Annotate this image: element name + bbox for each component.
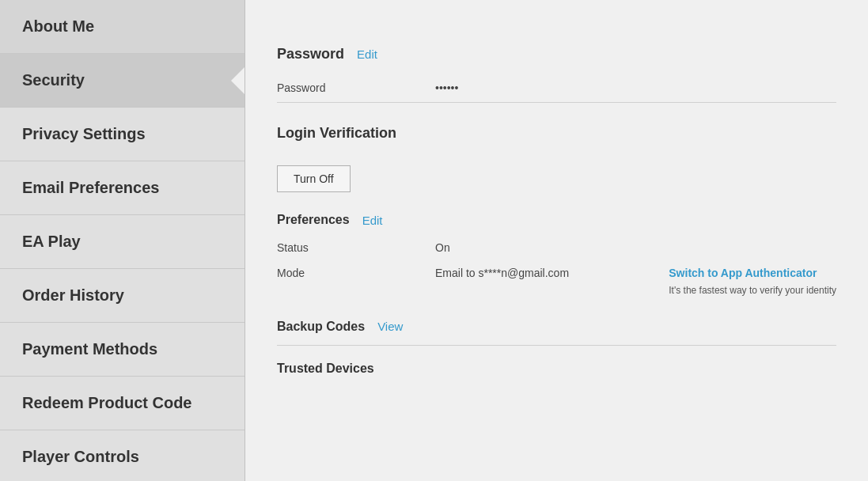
switch-authenticator-link[interactable]: Switch to App Authenticator [669, 267, 836, 279]
password-field-label: Password [277, 81, 435, 94]
password-field-value: •••••• [435, 81, 458, 94]
password-edit-link[interactable]: Edit [357, 47, 377, 61]
trusted-devices-title: Trusted Devices [277, 362, 374, 375]
switch-authenticator-desc: It's the fastest way to verify your iden… [669, 285, 836, 296]
backup-codes-title: Backup Codes [277, 320, 365, 334]
backup-codes-view-link[interactable]: View [377, 320, 403, 333]
main-content: Password Edit Password •••••• Login Veri… [245, 0, 868, 481]
preferences-title: Preferences [277, 213, 350, 227]
sidebar-item-label: Player Controls [22, 448, 139, 466]
status-value: On [435, 241, 836, 254]
sidebar-item-order-history[interactable]: Order History [0, 269, 244, 323]
status-label: Status [277, 241, 435, 254]
switch-authenticator-block: Switch to App Authenticator It's the fas… [669, 267, 836, 297]
sidebar-item-payment-methods[interactable]: Payment Methods [0, 323, 244, 377]
login-verification-title: Login Verification [277, 125, 396, 142]
password-title: Password [277, 46, 344, 62]
sidebar-item-player-controls[interactable]: Player Controls [0, 430, 244, 481]
preferences-header: Preferences Edit [277, 213, 836, 227]
sidebar-item-security[interactable]: Security [0, 54, 244, 108]
sidebar-item-label: Privacy Settings [22, 125, 146, 143]
sidebar-item-label: About Me [22, 17, 94, 36]
backup-codes-row: Backup Codes View [277, 320, 836, 334]
mode-label: Mode [277, 267, 435, 279]
turn-off-button[interactable]: Turn Off [277, 165, 351, 192]
sidebar-item-label: Email Preferences [22, 179, 159, 197]
mode-row: Mode Email to s****n@gmail.com Switch to… [277, 260, 836, 304]
sidebar-item-label: Redeem Product Code [22, 394, 191, 412]
sidebar-item-label: EA Play [22, 233, 81, 251]
trusted-devices-section: Trusted Devices [277, 362, 836, 376]
backup-codes-section: Backup Codes View [277, 320, 836, 346]
preferences-section: Preferences Edit Status On Mode Email to… [277, 213, 836, 304]
preferences-edit-link[interactable]: Edit [362, 214, 383, 227]
sidebar-item-label: Order History [22, 286, 124, 305]
login-verification-header: Login Verification [277, 125, 836, 142]
password-section: Password Edit Password •••••• [277, 46, 836, 103]
login-verification-section: Login Verification Turn Off [277, 125, 836, 199]
sidebar-item-redeem-product-code[interactable]: Redeem Product Code [0, 377, 244, 430]
sidebar-item-label: Payment Methods [22, 340, 157, 358]
mode-value: Email to s****n@gmail.com [435, 267, 637, 279]
sidebar-item-privacy-settings[interactable]: Privacy Settings [0, 108, 244, 161]
sidebar-item-about-me[interactable]: About Me [0, 0, 244, 54]
password-section-header: Password Edit [277, 46, 836, 62]
password-field-row: Password •••••• [277, 74, 836, 103]
sidebar-item-email-preferences[interactable]: Email Preferences [0, 161, 244, 215]
sidebar-item-ea-play[interactable]: EA Play [0, 215, 244, 269]
status-row: Status On [277, 235, 836, 260]
sidebar-item-label: Security [22, 71, 85, 89]
sidebar: About Me Security Privacy Settings Email… [0, 0, 245, 481]
